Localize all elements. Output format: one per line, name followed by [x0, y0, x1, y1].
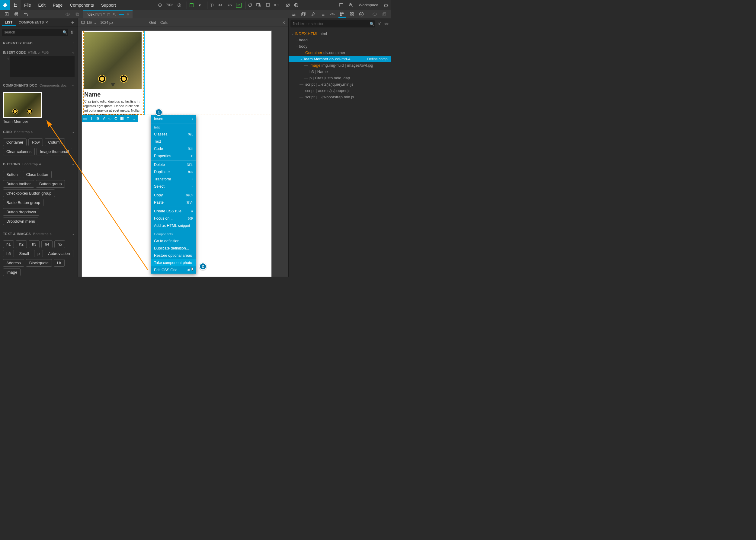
- coffee-icon[interactable]: [383, 2, 390, 9]
- text-chip-3[interactable]: h4: [41, 240, 52, 248]
- tree-node-container[interactable]: —Container div.container: [288, 50, 391, 56]
- text-chip-2[interactable]: h3: [29, 240, 40, 248]
- section-buttons[interactable]: BUTTONS Bootstrap 4 ⌄: [3, 161, 75, 167]
- grid-chip-1[interactable]: Row: [28, 138, 43, 146]
- css-tool-icon[interactable]: [217, 2, 224, 9]
- search-input[interactable]: [2, 29, 68, 36]
- ctx-copy[interactable]: Copy⌘C›: [151, 192, 196, 199]
- chevron-down-icon[interactable]: ▾: [196, 2, 204, 9]
- search-icon[interactable]: [347, 2, 354, 9]
- ctx-take-photo[interactable]: Take component photo: [151, 259, 196, 266]
- ctx-delete[interactable]: DeleteDEL: [151, 161, 196, 168]
- tree-node-root[interactable]: ⌄INDEX.HTML html: [288, 31, 391, 37]
- app-logo[interactable]: [0, 0, 10, 10]
- section-components-doc[interactable]: COMPONENTS DOC Components doc ⌄: [3, 82, 75, 88]
- drag-grip[interactable]: [83, 118, 87, 120]
- ctx-text[interactable]: Text: [151, 138, 196, 145]
- ctx-dup-def[interactable]: Duplicate definition...: [151, 245, 196, 252]
- layout-icon[interactable]: [265, 2, 272, 9]
- tab-close-icon[interactable]: ✕: [126, 12, 130, 17]
- tree-node-body[interactable]: ⌄body: [288, 43, 391, 50]
- tree-search-input[interactable]: [290, 20, 375, 28]
- code-editor[interactable]: 1: [3, 56, 75, 77]
- tree-node-script3[interactable]: —script|.../js/bootstrap.min.js: [288, 94, 391, 100]
- ctx-properties[interactable]: PropertiesP: [151, 152, 196, 160]
- text-tool-icon[interactable]: TI: [207, 2, 214, 9]
- more-menu-icon[interactable]: ⌄: [131, 116, 137, 121]
- tree-node-h3[interactable]: —h3|Name: [288, 68, 391, 75]
- code-panel-icon[interactable]: </>: [329, 11, 336, 18]
- code-tool-icon[interactable]: </>: [227, 2, 234, 9]
- ctx-insert[interactable]: Insert›: [151, 115, 196, 122]
- eye-icon[interactable]: [64, 11, 71, 18]
- define-comp-link[interactable]: Define comp.: [367, 57, 389, 61]
- text-chip-6[interactable]: Small: [16, 250, 32, 257]
- code-icon[interactable]: </>: [384, 22, 389, 26]
- brush-icon[interactable]: [101, 116, 106, 121]
- list-icon[interactable]: [319, 11, 326, 18]
- chat-icon[interactable]: [337, 2, 345, 9]
- stack2-icon[interactable]: [381, 11, 388, 18]
- tree-node-p[interactable]: —p|Cras justo odio, dap...: [288, 75, 391, 81]
- add-tab-button[interactable]: +: [70, 20, 76, 25]
- tab-components[interactable]: COMPONENTS✕: [16, 19, 51, 26]
- editor-tab[interactable]: E: [10, 0, 21, 10]
- team-member-card[interactable]: Name Cras justo odio, dapibus ac facilis…: [84, 32, 142, 122]
- buttons-chip-5[interactable]: Radio Button group: [3, 199, 44, 206]
- zoom-out-icon[interactable]: [156, 2, 164, 9]
- text-chip-9[interactable]: Address: [3, 259, 24, 267]
- buttons-chip-2[interactable]: Button toolbar: [3, 180, 34, 188]
- visibility-icon[interactable]: [283, 2, 290, 9]
- menu-components[interactable]: Components: [66, 3, 97, 8]
- section-text-images[interactable]: TEXT & IMAGES Bootstrap 4 ⌄: [3, 230, 75, 237]
- ctx-create-css[interactable]: Create CSS ruleR: [151, 207, 196, 215]
- tree-node-script1[interactable]: —script|...ets/js/jquery.min.js: [288, 81, 391, 87]
- text-chip-11[interactable]: Hr: [54, 259, 65, 267]
- ctx-goto-def[interactable]: Go to definition: [151, 237, 196, 245]
- text-chip-8[interactable]: Abbreviation: [45, 250, 73, 257]
- js-tool-icon[interactable]: JS: [236, 3, 242, 8]
- filter-icon[interactable]: [376, 21, 382, 27]
- brush-icon[interactable]: [309, 11, 317, 18]
- text-chip-7[interactable]: p: [34, 250, 43, 257]
- link-icon[interactable]: [107, 116, 112, 121]
- copy-icon[interactable]: [74, 11, 81, 18]
- undo-icon[interactable]: [22, 11, 30, 18]
- search-icon[interactable]: 🔍: [62, 29, 68, 36]
- ctx-focus[interactable]: Focus on...⌘F: [151, 215, 196, 222]
- tab-devices-icon[interactable]: [112, 12, 117, 17]
- buttons-chip-3[interactable]: Button group: [36, 180, 65, 188]
- text-chip-0[interactable]: h1: [3, 240, 14, 248]
- search-icon[interactable]: 🔍: [369, 22, 375, 26]
- settings-icon[interactable]: [95, 116, 100, 121]
- tab-list[interactable]: LIST: [2, 19, 16, 26]
- grid-chip-0[interactable]: Container: [3, 138, 27, 146]
- eye-toggle-icon[interactable]: [371, 11, 378, 18]
- print-icon[interactable]: [13, 11, 20, 18]
- buttons-chip-6[interactable]: Button dropdown: [3, 208, 39, 216]
- cols-toggle[interactable]: Cols: [160, 21, 168, 25]
- ctx-duplicate[interactable]: Duplicate⌘D: [151, 168, 196, 176]
- buttons-chip-1[interactable]: Close button: [23, 171, 52, 178]
- section-recently-used[interactable]: RECENTLY USED›: [3, 40, 75, 46]
- grid-chip-2[interactable]: Column: [45, 138, 65, 146]
- ctx-select[interactable]: Select›: [151, 183, 196, 190]
- zoom-in-icon[interactable]: [176, 2, 183, 9]
- menu-support[interactable]: Support: [97, 3, 119, 8]
- tree-node-script2[interactable]: —script|assets/js/popper.js: [288, 87, 391, 94]
- filter-icon[interactable]: [70, 29, 76, 36]
- responsive-icon[interactable]: [255, 2, 262, 9]
- text-edit-icon[interactable]: TI: [89, 116, 94, 121]
- buttons-chip-4[interactable]: Checkboxes Button group: [3, 190, 55, 197]
- ctx-add-snippet[interactable]: Add as HTML snippet: [151, 222, 196, 229]
- stack-icon[interactable]: [300, 11, 307, 18]
- buttons-chip-0[interactable]: Button: [3, 171, 21, 178]
- tree-panel-icon[interactable]: [338, 11, 346, 18]
- tree-node-head[interactable]: ›head: [288, 37, 391, 43]
- ctx-classes[interactable]: Classes...⌘L: [151, 131, 196, 138]
- refresh-icon[interactable]: [245, 2, 253, 9]
- tree-node-team-member[interactable]: ⌄Team Member div.col-md-4Define comp.: [288, 56, 391, 62]
- wordpress-icon[interactable]: W: [358, 11, 365, 18]
- tree-node-image[interactable]: —Image img.img-fluid|images/owl.jpg: [288, 62, 391, 68]
- sliders-icon[interactable]: [290, 11, 297, 18]
